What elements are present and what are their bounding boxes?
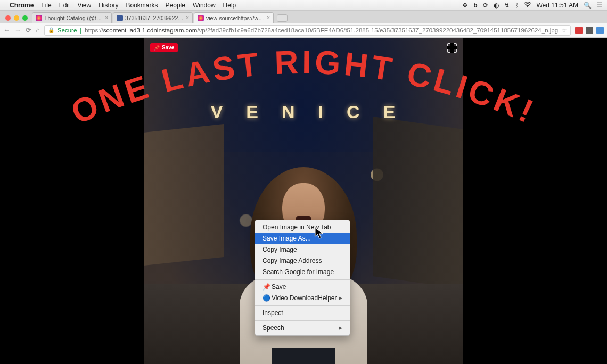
download-helper-icon: 🔵	[263, 294, 269, 303]
wifi-icon[interactable]	[524, 2, 531, 9]
menu-help[interactable]: Help	[223, 2, 236, 9]
bookmark-star-icon[interactable]: ☆	[561, 27, 567, 34]
close-tab-icon[interactable]: ×	[186, 15, 189, 21]
minimize-window-button[interactable]	[14, 15, 19, 21]
close-window-button[interactable]	[5, 15, 11, 21]
svg-point-0	[527, 6, 528, 7]
ctx-open-image-new-tab[interactable]: Open Image in New Tab	[255, 222, 350, 233]
ctx-ext-video-downloadhelper[interactable]: 🔵Video DownloadHelper ▶	[255, 293, 350, 304]
context-menu: Open Image in New Tab Save Image As... C…	[255, 220, 350, 336]
submenu-arrow-icon: ▶	[339, 324, 342, 333]
browser-tab[interactable]: 37351637_2703992204364… ×	[113, 12, 193, 23]
tab-label: 37351637_2703992204364…	[125, 15, 184, 21]
status-icon[interactable]: ↯	[504, 2, 510, 9]
menu-separator	[255, 279, 350, 280]
url-text: https://scontent-iad3-1.cdninstagram.com…	[85, 27, 558, 34]
close-tab-icon[interactable]: ×	[267, 15, 270, 21]
menu-history[interactable]: History	[99, 2, 118, 9]
browser-tab-active[interactable]: view-source:https://www.inst… ×	[194, 12, 274, 23]
status-icon[interactable]: ◐	[494, 2, 499, 9]
forward-button[interactable]: →	[14, 26, 21, 34]
browser-tab[interactable]: Thought Catalog (@thoughtc… ×	[32, 12, 112, 23]
spotlight-icon[interactable]: 🔍	[584, 2, 592, 9]
ctx-copy-image[interactable]: Copy Image	[255, 244, 350, 255]
lock-icon: 🔒	[48, 27, 54, 33]
browser-toolbar: ← → ⟳ ⌂ 🔒 Secure | https://scontent-iad3…	[0, 23, 607, 38]
ctx-speech[interactable]: Speech ▶	[255, 322, 350, 334]
ctx-copy-image-address[interactable]: Copy Image Address	[255, 255, 350, 267]
pin-icon: 📌	[263, 283, 269, 292]
venice-sign-text: V E N I C E	[144, 102, 463, 122]
menu-separator	[255, 305, 350, 306]
home-button[interactable]: ⌂	[36, 26, 40, 34]
menubar-right: ❖ b ⟳ ◐ ↯ ᛒ Wed 11:51 AM 🔍 ☰	[462, 2, 603, 9]
photo-background	[144, 124, 224, 266]
photo-background	[373, 117, 463, 289]
menu-view[interactable]: View	[77, 2, 91, 9]
secure-label: Secure	[58, 27, 77, 34]
back-button[interactable]: ←	[3, 26, 10, 34]
tab-label: view-source:https://www.inst…	[206, 15, 265, 21]
status-icon[interactable]: ❖	[462, 2, 468, 9]
fullscreen-icon[interactable]	[447, 43, 457, 53]
menu-file[interactable]: File	[41, 2, 51, 9]
address-bar[interactable]: 🔒 Secure | https://scontent-iad3-1.cdnin…	[44, 25, 571, 36]
maximize-window-button[interactable]	[22, 15, 28, 21]
close-tab-icon[interactable]: ×	[105, 15, 108, 21]
favicon-icon	[117, 15, 123, 21]
favicon-icon	[198, 15, 204, 21]
status-icon-b[interactable]: b	[473, 2, 477, 9]
tab-label: Thought Catalog (@thoughtc…	[44, 15, 103, 21]
ctx-inspect[interactable]: Inspect	[255, 308, 350, 319]
cursor-icon	[314, 227, 325, 239]
extension-icon[interactable]	[596, 27, 604, 34]
reload-button[interactable]: ⟳	[26, 26, 31, 34]
status-icon[interactable]: ⟳	[483, 2, 488, 9]
window-controls	[3, 15, 32, 23]
extension-icon[interactable]	[575, 27, 583, 34]
save-label: Save	[162, 45, 174, 51]
favicon-icon	[36, 15, 42, 21]
browser-tabstrip: Thought Catalog (@thoughtc… × 37351637_2…	[0, 11, 607, 23]
mac-menubar: Chrome File Edit View History Bookmarks …	[0, 0, 607, 11]
ctx-ext-save[interactable]: 📌Save	[255, 282, 350, 293]
submenu-arrow-icon: ▶	[339, 294, 342, 303]
menu-edit[interactable]: Edit	[59, 2, 70, 9]
menu-list-icon[interactable]: ☰	[597, 2, 603, 9]
menu-bookmarks[interactable]: Bookmarks	[126, 2, 158, 9]
ctx-save-image-as[interactable]: Save Image As...	[255, 233, 350, 244]
extension-icon[interactable]	[586, 27, 593, 34]
extension-icons: ⋮	[575, 26, 607, 34]
menu-separator	[255, 320, 350, 321]
new-tab-button[interactable]	[277, 14, 288, 22]
menu-people[interactable]: People	[166, 2, 185, 9]
pinterest-save-button[interactable]: 📌 Save	[150, 43, 178, 52]
menubar-app-name[interactable]: Chrome	[10, 2, 34, 9]
menubar-clock[interactable]: Wed 11:51 AM	[537, 2, 579, 9]
menu-window[interactable]: Window	[193, 2, 216, 9]
ctx-search-google-for-image[interactable]: Search Google for Image	[255, 267, 350, 278]
bluetooth-icon[interactable]: ᛒ	[515, 2, 519, 9]
pin-icon: 📌	[154, 45, 160, 51]
